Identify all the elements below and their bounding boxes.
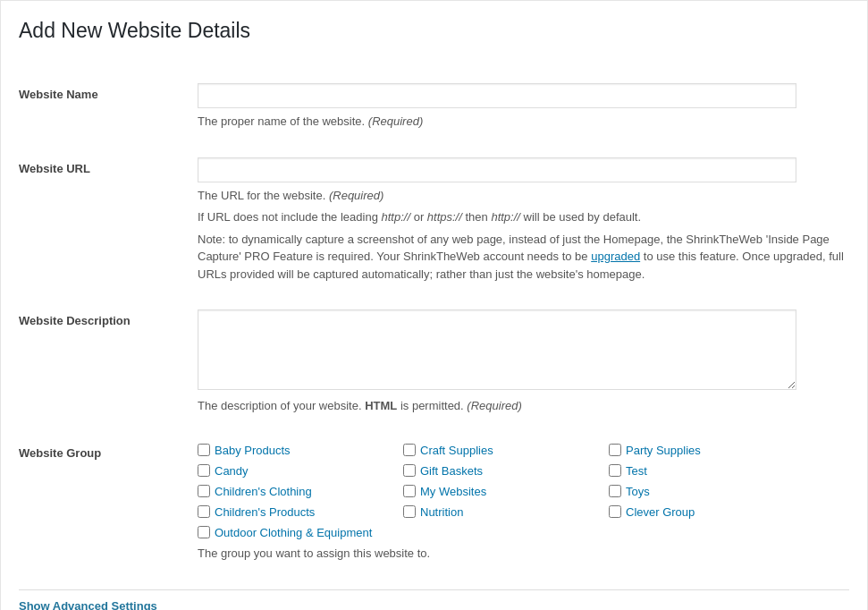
checkbox-item-craft-supplies: Craft Supplies bbox=[403, 442, 600, 459]
checkbox-item-childrens-products: Children's Products bbox=[198, 504, 394, 521]
website-name-label: Website Name bbox=[19, 88, 98, 101]
website-url-row: Website URL The URL for the website. (Re… bbox=[19, 144, 849, 297]
checkbox-label-toys[interactable]: Toys bbox=[626, 485, 650, 498]
checkbox-label-candy[interactable]: Candy bbox=[215, 464, 249, 478]
website-description-label: Website Description bbox=[19, 314, 131, 327]
checkbox-gift-baskets[interactable] bbox=[403, 464, 416, 477]
checkbox-label-childrens-clothing[interactable]: Children's Clothing bbox=[215, 485, 312, 498]
checkbox-label-childrens-products[interactable]: Children's Products bbox=[215, 505, 315, 519]
checkbox-label-outdoor-clothing[interactable]: Outdoor Clothing & Equipment bbox=[215, 526, 372, 539]
website-description-row: Website Description The description of y… bbox=[19, 296, 849, 428]
checkbox-label-gift-baskets[interactable]: Gift Baskets bbox=[420, 464, 483, 478]
checkbox-item-party-supplies: Party Supplies bbox=[609, 442, 805, 459]
checkbox-candy[interactable] bbox=[198, 464, 210, 477]
checkbox-label-nutrition[interactable]: Nutrition bbox=[420, 505, 463, 519]
divider bbox=[19, 589, 849, 590]
checkbox-baby-products[interactable] bbox=[198, 444, 210, 456]
checkbox-nutrition[interactable] bbox=[403, 505, 416, 518]
page-container: Add New Website Details Website Name The… bbox=[0, 0, 868, 610]
checkbox-craft-supplies[interactable] bbox=[403, 444, 416, 456]
checkbox-toys[interactable] bbox=[609, 485, 621, 497]
checkbox-label-baby-products[interactable]: Baby Products bbox=[215, 444, 291, 457]
website-name-description: The proper name of the website. (Require… bbox=[198, 113, 849, 131]
checkbox-label-clever-group[interactable]: Clever Group bbox=[626, 505, 695, 519]
website-url-label: Website URL bbox=[19, 162, 90, 175]
checkbox-item-toys: Toys bbox=[609, 483, 805, 500]
website-url-description-3: Note: to dynamically capture a screensho… bbox=[198, 231, 849, 284]
upgrade-link[interactable]: upgraded bbox=[591, 250, 640, 263]
website-description-input[interactable] bbox=[198, 309, 796, 390]
website-name-row: Website Name The proper name of the webs… bbox=[19, 70, 849, 144]
checkbox-my-websites[interactable] bbox=[403, 485, 416, 497]
page-title: Add New Website Details bbox=[19, 19, 849, 52]
checkbox-item-childrens-clothing: Children's Clothing bbox=[198, 483, 394, 500]
website-description-note: The description of your website. HTML is… bbox=[198, 397, 849, 415]
checkbox-outdoor-clothing[interactable] bbox=[198, 526, 210, 538]
website-group-label: Website Group bbox=[19, 446, 101, 460]
website-url-description-2: If URL does not include the leading http… bbox=[198, 208, 849, 226]
checkbox-label-test[interactable]: Test bbox=[626, 464, 647, 478]
checkbox-label-craft-supplies[interactable]: Craft Supplies bbox=[420, 444, 493, 457]
checkbox-item-my-websites: My Websites bbox=[403, 483, 600, 500]
checkbox-party-supplies[interactable] bbox=[609, 444, 621, 456]
checkbox-item-nutrition: Nutrition bbox=[403, 504, 600, 521]
checkbox-childrens-clothing[interactable] bbox=[198, 485, 210, 497]
checkbox-childrens-products[interactable] bbox=[198, 505, 210, 518]
website-group-row: Website Group Baby ProductsCraft Supplie… bbox=[19, 428, 849, 573]
checkbox-item-test: Test bbox=[609, 462, 805, 479]
advanced-settings-link[interactable]: Show Advanced Settings bbox=[19, 599, 157, 611]
checkbox-item-clever-group: Clever Group bbox=[609, 504, 805, 521]
checkbox-item-baby-products: Baby Products bbox=[198, 442, 394, 459]
checkbox-item-candy: Candy bbox=[198, 462, 394, 479]
website-url-description-1: The URL for the website. (Required) bbox=[198, 187, 849, 205]
content-area: Add New Website Details Website Name The… bbox=[0, 0, 868, 610]
website-name-input[interactable] bbox=[198, 83, 796, 108]
checkbox-item-gift-baskets: Gift Baskets bbox=[403, 462, 600, 479]
website-url-input[interactable] bbox=[198, 157, 796, 182]
checkbox-test[interactable] bbox=[609, 464, 621, 477]
checkbox-item-outdoor-clothing: Outdoor Clothing & Equipment bbox=[198, 524, 394, 541]
group-description: The group you want to assign this websit… bbox=[198, 546, 849, 560]
checkbox-clever-group[interactable] bbox=[609, 505, 621, 518]
checkbox-label-party-supplies[interactable]: Party Supplies bbox=[626, 444, 701, 457]
checkbox-label-my-websites[interactable]: My Websites bbox=[420, 485, 486, 498]
advanced-settings-row: Show Advanced Settings bbox=[19, 573, 849, 611]
checkboxes-grid: Baby ProductsCraft SuppliesParty Supplie… bbox=[198, 442, 849, 541]
form-table: Website Name The proper name of the webs… bbox=[19, 70, 849, 610]
